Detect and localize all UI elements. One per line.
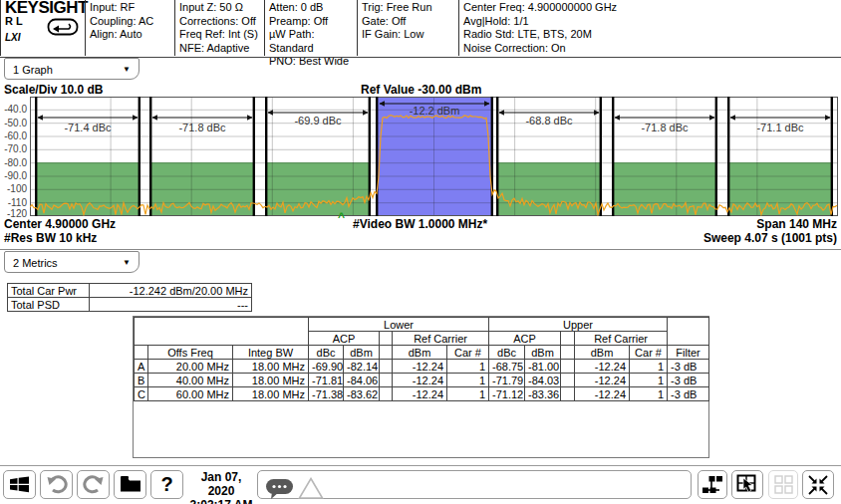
system-menu-button[interactable] xyxy=(3,470,36,499)
arrows-collapse-icon xyxy=(807,474,829,496)
meas-mode-label: R L xyxy=(5,15,23,27)
table-row: B 40.00 MHz 18.00 MHz -71.81 -84.06 -12.… xyxy=(135,374,709,387)
collapse-fullscreen-button[interactable] xyxy=(802,470,834,499)
header-line: Freq Ref: Int (S) xyxy=(179,28,264,42)
header-line: Atten: 0 dB xyxy=(269,1,357,15)
folder-icon xyxy=(120,474,141,494)
spectrum-plot[interactable]: -71.4 dBc -71.8 dBc -69.9 dBc -12.2 dBm … xyxy=(30,97,838,216)
windows-icon xyxy=(9,474,30,495)
offset-b-upper-value: -71.8 dBc xyxy=(641,122,689,133)
upper-ref-carrier-header: Ref Carrier xyxy=(575,332,668,346)
grid-squares-icon xyxy=(773,474,794,495)
blank-cell xyxy=(668,318,709,346)
metrics-window-dropdown[interactable]: 2 Metrics ▼ xyxy=(4,251,140,273)
cell: 18.00 MHz xyxy=(233,387,309,401)
span-readout: Span 140 MHz xyxy=(756,217,837,231)
col-header-dbc: dBc xyxy=(489,346,525,360)
cell: 60.00 MHz xyxy=(148,387,233,401)
screen-touch-icon xyxy=(736,474,759,496)
trigger-caret: ^ xyxy=(338,210,345,224)
warning-triangle-icon xyxy=(298,477,324,500)
window-layout-button[interactable] xyxy=(768,470,798,499)
header-col-impedance: Input Z: 50 Ω Corrections: Off Freq Ref:… xyxy=(174,0,264,56)
cell: -69.90 xyxy=(309,360,344,374)
y-axis-tick: -50.0 xyxy=(0,118,27,128)
offset-a-lower-value: -69.9 dBc xyxy=(294,115,342,126)
header-line: Preamp: Off xyxy=(269,15,357,29)
graph-window-dropdown[interactable]: 1 Graph ▼ xyxy=(4,58,140,80)
undo-button[interactable] xyxy=(40,470,73,499)
file-open-button[interactable] xyxy=(114,470,146,499)
table-row: Total Car Pwr -12.242 dBm/20.00 MHz xyxy=(8,284,252,298)
cell: -82.14 xyxy=(344,360,380,374)
cell: 1 xyxy=(447,374,489,387)
screen-control-button[interactable] xyxy=(731,470,763,499)
blank-cell xyxy=(561,332,575,346)
header-line: Radio Std: LTE, BTS, 20M xyxy=(463,28,841,42)
total-car-pwr-label: Total Car Pwr xyxy=(8,284,90,298)
row-id: C xyxy=(135,387,148,401)
offset-a-upper-value: -68.8 dBc xyxy=(525,115,573,126)
blank-cell xyxy=(561,360,575,374)
blank-cell xyxy=(135,346,148,360)
center-freq-readout: Center 4.90000 GHz xyxy=(4,217,116,231)
blank-cell xyxy=(561,374,575,387)
undo-icon xyxy=(46,474,68,496)
cell: -71.81 xyxy=(309,374,344,387)
col-header-dbm: dBm xyxy=(344,346,380,360)
y-axis-tick: -60.0 xyxy=(0,130,27,141)
cell: 18.00 MHz xyxy=(233,360,309,374)
y-axis-tick: -100 xyxy=(0,183,27,194)
status-message-bar[interactable] xyxy=(257,470,692,499)
acp-table-container: Lower Upper ACP Ref Carrier ACP Ref Carr… xyxy=(133,316,709,458)
video-bw-readout: #Video BW 1.0000 MHz* xyxy=(353,217,487,231)
cell: -81.00 xyxy=(525,360,561,374)
sweep-readout: Sweep 4.07 s (1001 pts) xyxy=(703,231,837,245)
datetime-display: Jan 07, 2020 3:03:17 AM xyxy=(186,470,256,504)
cell: -12.24 xyxy=(575,387,630,401)
col-header-offs-freq: Offs Freq xyxy=(148,346,233,360)
instrument-screen: { "header": { "brand": "KEYSIGHT", "mode… xyxy=(0,0,841,504)
header-line: Gate: Off xyxy=(362,15,458,29)
total-psd-value: --- xyxy=(90,298,252,312)
brand-block: KEYSIGHT R L LXI xyxy=(0,0,85,56)
cell: 1 xyxy=(630,374,668,387)
chevron-down-icon: ▼ xyxy=(123,252,131,274)
y-axis-tick: -110 xyxy=(0,197,27,208)
block-diagram-icon xyxy=(701,474,723,495)
cell: 1 xyxy=(630,387,668,401)
blank-cell xyxy=(380,387,393,401)
cell: -83.62 xyxy=(344,387,380,401)
sequence-view-button[interactable] xyxy=(698,470,727,499)
cell: 1 xyxy=(447,387,489,401)
col-header-dbm: dBm xyxy=(393,346,447,360)
cell: -84.03 xyxy=(525,374,561,387)
cell: 20.00 MHz xyxy=(148,360,233,374)
cell: 18.00 MHz xyxy=(233,374,309,387)
col-header-car: Car # xyxy=(447,346,489,360)
chevron-down-icon: ▼ xyxy=(123,59,131,81)
time-text: 3:03:17 AM xyxy=(186,498,256,504)
header-line: IF Gain: Low xyxy=(362,28,458,42)
metrics-window-dropdown-label: 2 Metrics xyxy=(13,257,58,269)
help-button[interactable]: ? xyxy=(150,470,183,499)
header-col-frequency: Center Freq: 4.900000000 GHz Avg|Hold: 1… xyxy=(458,0,841,56)
blank-cell xyxy=(380,346,393,360)
redo-button[interactable] xyxy=(77,470,110,499)
cell: -71.12 xyxy=(489,387,525,401)
cell: -71.38 xyxy=(309,387,344,401)
header-line: Align: Auto xyxy=(90,28,174,42)
lower-acp-header: ACP xyxy=(309,332,380,346)
question-mark-icon: ? xyxy=(160,473,172,495)
cell: -83.36 xyxy=(525,387,561,401)
cell: -12.24 xyxy=(393,374,447,387)
header-line: Noise Correction: On xyxy=(463,42,841,56)
cell: -3 dB xyxy=(668,360,709,374)
cell: 1 xyxy=(447,360,489,374)
header-col-trigger: Trig: Free Run Gate: Off IF Gain: Low xyxy=(357,0,458,56)
table-row: Total PSD --- xyxy=(8,298,252,312)
toolbar-divider xyxy=(0,465,841,466)
table-row: Offs Freq Integ BW dBc dBm dBm Car # dBc… xyxy=(135,346,709,360)
header-line: NFE: Adaptive xyxy=(179,42,264,56)
col-header-dbm: dBm xyxy=(525,346,561,360)
